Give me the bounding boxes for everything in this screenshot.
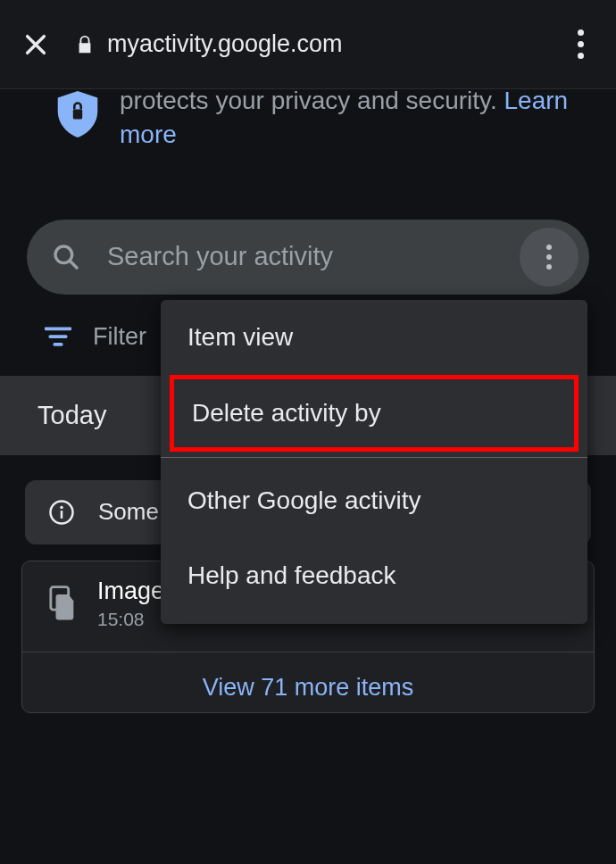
filter-label: Filter: [93, 323, 146, 351]
privacy-banner: protects your privacy and security. Lear…: [0, 89, 616, 179]
view-more-link[interactable]: View 71 more items: [203, 674, 414, 701]
search-menu-icon[interactable]: [520, 228, 579, 287]
browser-top-bar: myactivity.google.com: [0, 0, 616, 89]
browser-menu-icon[interactable]: [561, 29, 600, 59]
search-input[interactable]: [107, 242, 520, 271]
activity-search-bar: [27, 220, 589, 295]
shield-icon: [54, 89, 102, 152]
lock-icon: [75, 33, 95, 56]
svg-line-2: [70, 261, 77, 268]
info-chip-text: Some: [98, 498, 159, 526]
filter-icon: [45, 326, 71, 347]
search-icon: [52, 243, 80, 271]
url-text: myactivity.google.com: [107, 30, 343, 58]
svg-rect-0: [73, 109, 82, 119]
overflow-menu: Item view Delete activity by Other Googl…: [161, 300, 587, 624]
menu-help-feedback[interactable]: Help and feedback: [161, 538, 587, 613]
svg-rect-8: [61, 511, 63, 519]
close-icon[interactable]: [16, 25, 55, 64]
address-bar[interactable]: myactivity.google.com: [75, 30, 343, 58]
svg-point-7: [60, 505, 63, 509]
menu-other-activity[interactable]: Other Google activity: [161, 463, 587, 538]
menu-item-view[interactable]: Item view: [161, 300, 587, 375]
copy-icon: [42, 586, 85, 621]
menu-delete-activity[interactable]: Delete activity by: [170, 375, 579, 452]
banner-text: protects your privacy and security. Lear…: [102, 84, 589, 152]
info-icon: [48, 499, 75, 526]
